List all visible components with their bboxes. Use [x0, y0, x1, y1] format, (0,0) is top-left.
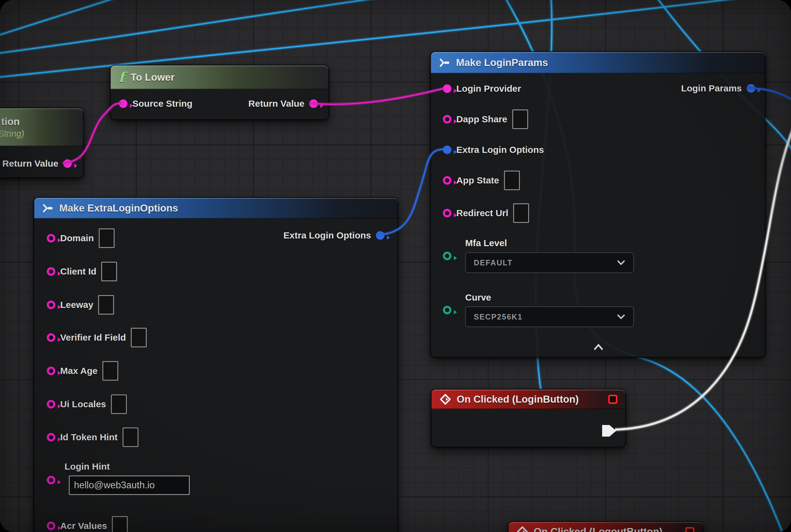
mfa-level-value: DEFAULT [474, 258, 513, 267]
pin-label-return-value: Return Value [249, 98, 304, 109]
mfa-level-dropdown[interactable]: DEFAULT [465, 252, 634, 273]
node-make-loginparams[interactable]: Make LoginParams Login Provider Dapp Sha… [430, 51, 765, 357]
event-diamond-icon [440, 394, 451, 405]
node-to-lower[interactable]: f To Lower Source String Return Value [110, 65, 329, 120]
pin-label-client-id: Client Id [60, 266, 96, 277]
pin-label-dapp-share: Dapp Share [456, 114, 507, 125]
pin-label-extra-login-options-out: Extra Login Options [283, 230, 371, 241]
node-comboboxstring-option[interactable]: tion Box (String) Return Value [0, 108, 84, 178]
pin-label-redirect-url: Redirect Url [456, 208, 508, 218]
pin-label-login-params-out: Login Params [681, 83, 742, 94]
node-title: Make ExtraLoginOptions [59, 203, 178, 214]
node-make-extraloginoptions[interactable]: Make ExtraLoginOptions Domain Client Id … [34, 197, 398, 532]
event-diamond-icon [517, 526, 528, 532]
output-pin-return-value[interactable] [63, 159, 72, 168]
input-pin-source-string[interactable] [119, 99, 128, 108]
redirect-url-value-field[interactable] [513, 203, 529, 223]
curve-value: SECP256K1 [474, 312, 523, 321]
event-bound-widget-icon [608, 395, 617, 404]
input-pin-domain[interactable] [47, 234, 55, 243]
wire-exec-crossing-a[interactable] [0, 0, 128, 37]
node-subtitle-fragment: Box (String) [0, 129, 24, 139]
input-pin-max-age[interactable] [47, 366, 55, 375]
output-pin-extra-login-options[interactable] [376, 231, 385, 240]
node-title: To Lower [131, 72, 175, 83]
node-title: On Clicked (LoginButton) [457, 394, 579, 405]
chevron-down-icon [617, 260, 625, 266]
verifier-id-field-value-field[interactable] [131, 328, 147, 347]
collapse-node-chevron[interactable] [592, 343, 605, 351]
wire-crossing-b[interactable] [0, 0, 406, 54]
input-pin-redirect-url[interactable] [443, 209, 451, 217]
leeway-value-field[interactable] [98, 295, 114, 315]
pin-label-domain: Domain [60, 233, 94, 243]
app-state-value-field[interactable] [504, 171, 520, 190]
input-pin-client-id[interactable] [47, 267, 55, 276]
output-pin-login-params[interactable] [747, 84, 755, 93]
wire-tolower-to-login-provider[interactable] [309, 88, 444, 104]
input-pin-acr-values[interactable] [47, 521, 55, 530]
id-token-hint-value-field[interactable] [122, 428, 138, 447]
curve-dropdown[interactable]: SECP256K1 [465, 306, 634, 327]
input-pin-mfa-level[interactable] [443, 252, 451, 260]
pin-label-login-hint: Login Hint [64, 461, 110, 472]
pin-label-ui-locales: Ui Locales [60, 399, 106, 410]
dapp-share-value-field[interactable] [512, 110, 528, 129]
input-pin-ui-locales[interactable] [47, 400, 55, 408]
acr-values-value-field[interactable] [112, 516, 128, 532]
input-pin-verifier-id-field[interactable] [47, 333, 55, 342]
pin-label-max-age: Max Age [60, 366, 97, 376]
login-hint-value-field[interactable]: hello@web3auth.io [69, 475, 190, 495]
make-struct-icon [42, 204, 53, 213]
pin-label-id-token-hint: Id Token Hint [60, 432, 118, 442]
input-pin-curve[interactable] [443, 306, 451, 314]
node-title: On Clicked (LogoutButton) [534, 526, 663, 532]
pin-label-mfa-level: Mfa Level [465, 238, 507, 248]
pin-label-app-state: App State [456, 175, 499, 186]
input-pin-app-state[interactable] [443, 176, 451, 185]
input-pin-login-hint[interactable] [47, 476, 55, 484]
pin-label-verifier-id-field: Verifier Id Field [60, 332, 126, 343]
node-on-clicked-loginbutton[interactable]: On Clicked (LoginButton) [431, 389, 626, 447]
node-title-fragment: tion [1, 116, 20, 128]
blueprint-graph-canvas[interactable]: tion Box (String) Return Value f To Lowe… [0, 0, 791, 532]
input-pin-extra-login-options[interactable] [443, 146, 451, 154]
output-pin-return-value[interactable] [309, 99, 318, 108]
node-title: Make LoginParams [456, 57, 548, 69]
make-struct-icon [439, 58, 450, 67]
input-pin-dapp-share[interactable] [443, 115, 451, 124]
pin-label-source-string: Source String [132, 98, 193, 109]
input-pin-id-token-hint[interactable] [47, 433, 55, 441]
ui-locales-value-field[interactable] [111, 394, 127, 414]
pin-label-extra-login-options: Extra Login Options [456, 145, 544, 155]
function-icon: f [119, 71, 124, 84]
pin-label-login-provider: Login Provider [456, 83, 521, 94]
max-age-value-field[interactable] [102, 361, 118, 381]
pin-label-acr-values: Acr Values [60, 521, 107, 531]
domain-value-field[interactable] [99, 228, 115, 248]
pin-label-return-value: Return Value [2, 158, 58, 169]
chevron-down-icon [617, 314, 625, 320]
node-on-clicked-logoutbutton[interactable]: On Clicked (LogoutButton) [508, 521, 703, 532]
event-bound-widget-icon [685, 527, 694, 532]
client-id-value-field[interactable] [101, 262, 117, 281]
pin-label-leeway: Leeway [60, 300, 93, 310]
pin-label-curve: Curve [465, 292, 491, 303]
exec-output-pin[interactable] [601, 424, 618, 438]
input-pin-login-provider[interactable] [443, 84, 451, 93]
input-pin-leeway[interactable] [47, 301, 55, 309]
